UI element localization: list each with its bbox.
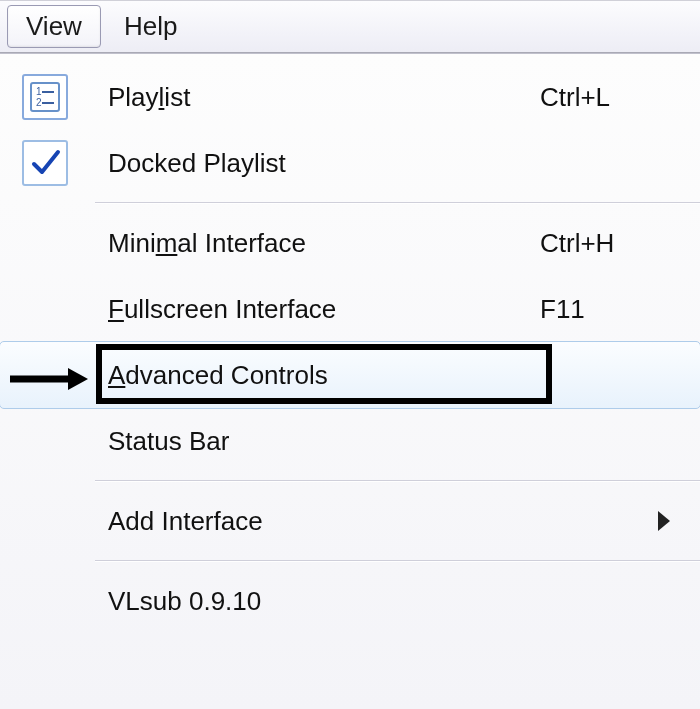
menuitem-playlist-label: Playlist bbox=[90, 82, 540, 113]
menuitem-add-interface[interactable]: Add Interface bbox=[0, 488, 700, 554]
menuitem-fullscreen-label: Fullscreen Interface bbox=[90, 294, 540, 325]
menuitem-minimal-interface[interactable]: Minimal Interface Ctrl+H bbox=[0, 210, 700, 276]
svg-text:1: 1 bbox=[36, 86, 42, 97]
menuitem-statusbar-label: Status Bar bbox=[90, 426, 540, 457]
view-dropdown-menu: 1 2 Playlist Ctrl+L Docked Playlist Mini… bbox=[0, 53, 700, 709]
menuitem-vlsub[interactable]: VLsub 0.9.10 bbox=[0, 568, 700, 634]
menuitem-minimal-shortcut: Ctrl+H bbox=[540, 228, 670, 259]
menu-view[interactable]: View bbox=[7, 5, 101, 48]
menuitem-vlsub-label: VLsub 0.9.10 bbox=[90, 586, 540, 617]
menuitem-docked-label: Docked Playlist bbox=[90, 148, 540, 179]
menuitem-advanced-controls[interactable]: Advanced Controls bbox=[0, 342, 700, 408]
menuitem-minimal-label: Minimal Interface bbox=[90, 228, 540, 259]
menu-view-label: View bbox=[26, 11, 82, 42]
menuitem-status-bar[interactable]: Status Bar bbox=[0, 408, 700, 474]
menu-separator bbox=[95, 480, 700, 482]
annotation-arrow-icon bbox=[8, 364, 88, 394]
checkmark-icon bbox=[0, 140, 90, 186]
menuitem-addinterface-label: Add Interface bbox=[90, 506, 658, 537]
menubar: View Help bbox=[0, 0, 700, 53]
menu-separator bbox=[95, 202, 700, 204]
submenu-arrow-icon bbox=[658, 511, 670, 531]
menuitem-playlist[interactable]: 1 2 Playlist Ctrl+L bbox=[0, 64, 700, 130]
svg-marker-6 bbox=[68, 368, 88, 390]
menu-help-label: Help bbox=[124, 11, 177, 42]
menuitem-advanced-label: Advanced Controls bbox=[90, 360, 540, 391]
menuitem-playlist-shortcut: Ctrl+L bbox=[540, 82, 670, 113]
playlist-icon: 1 2 bbox=[0, 74, 90, 120]
svg-text:2: 2 bbox=[36, 97, 42, 108]
menu-separator bbox=[95, 560, 700, 562]
menuitem-docked-playlist[interactable]: Docked Playlist bbox=[0, 130, 700, 196]
menuitem-fullscreen-interface[interactable]: Fullscreen Interface F11 bbox=[0, 276, 700, 342]
menuitem-fullscreen-shortcut: F11 bbox=[540, 294, 670, 325]
menu-help[interactable]: Help bbox=[105, 5, 196, 48]
